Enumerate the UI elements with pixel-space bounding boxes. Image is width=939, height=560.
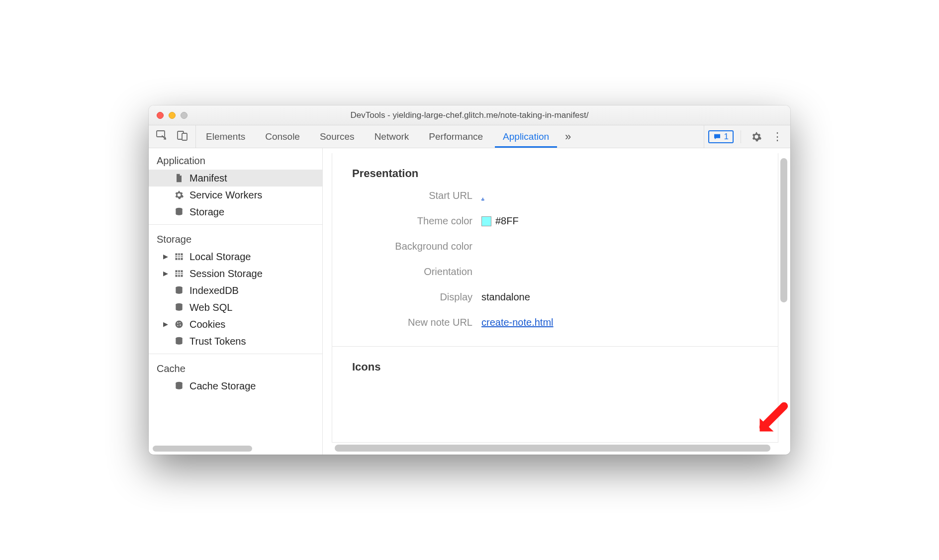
more-menu-icon[interactable]: ⋮: [769, 130, 786, 143]
tab-application[interactable]: Application: [493, 125, 559, 148]
sidebar-item-label: Session Storage: [189, 268, 263, 280]
sidebar-item-label: IndexedDB: [189, 285, 239, 296]
file-icon: [174, 173, 185, 183]
sidebar-item-label: Cookies: [189, 319, 225, 330]
sidebar-item-label: Manifest: [189, 173, 227, 184]
panel-body: Application ▶ Manifest ▶ Service Workers…: [149, 148, 790, 455]
sidebar-item-cookies[interactable]: ▶ Cookies: [149, 316, 322, 333]
sidebar-section-cache: Cache: [149, 358, 322, 377]
svg-point-8: [176, 321, 183, 328]
start-url-link[interactable]: .: [481, 190, 484, 201]
row-display: Display standalone: [332, 284, 778, 310]
more-tabs-icon[interactable]: »: [559, 125, 577, 148]
table-icon: [174, 252, 185, 262]
field-label: New note URL: [332, 317, 481, 328]
row-theme-color: Theme color #8FF: [332, 208, 778, 234]
window-controls: [157, 112, 188, 119]
inspect-element-icon[interactable]: [156, 129, 168, 144]
sidebar-item-session-storage[interactable]: ▶ Session Storage: [149, 265, 322, 282]
tab-console[interactable]: Console: [255, 125, 310, 148]
sidebar-item-label: Storage: [189, 206, 224, 218]
main-vertical-scrollbar[interactable]: [780, 158, 787, 302]
sidebar-item-web-sql[interactable]: ▶ Web SQL: [149, 299, 322, 316]
field-label: Theme color: [332, 215, 481, 227]
tab-elements[interactable]: Elements: [196, 125, 255, 148]
theme-color-swatch: [481, 216, 491, 226]
minimize-window-button[interactable]: [169, 112, 176, 119]
toolbar: Elements Console Sources Network Perform…: [149, 125, 790, 148]
panel-tabs: Elements Console Sources Network Perform…: [196, 125, 559, 148]
database-icon: [174, 207, 185, 217]
field-label: Orientation: [332, 266, 481, 278]
devtools-window: DevTools - yielding-large-chef.glitch.me…: [149, 105, 790, 455]
sidebar-section-application: Application: [149, 150, 322, 170]
svg-point-10: [180, 322, 181, 323]
tab-performance[interactable]: Performance: [419, 125, 493, 148]
sidebar-horizontal-scrollbar[interactable]: [153, 446, 318, 452]
tab-sources[interactable]: Sources: [310, 125, 365, 148]
sidebar-item-storage-overview[interactable]: ▶ Storage: [149, 203, 322, 220]
svg-rect-5: [176, 270, 183, 277]
field-label: Display: [332, 291, 481, 303]
speech-bubble-icon: [713, 133, 721, 141]
chevron-right-icon[interactable]: ▶: [163, 320, 169, 328]
table-icon: [174, 269, 185, 279]
sidebar-item-label: Web SQL: [189, 302, 232, 313]
field-label: Start URL: [332, 190, 481, 201]
database-icon: [174, 381, 185, 391]
svg-point-12: [178, 325, 179, 326]
device-toolbar-icon[interactable]: [177, 129, 188, 144]
svg-point-9: [177, 322, 178, 323]
sidebar-item-label: Trust Tokens: [189, 336, 246, 347]
main-horizontal-scrollbar[interactable]: [335, 445, 770, 452]
sidebar-item-cache-storage[interactable]: ▶ Cache Storage: [149, 377, 322, 394]
sidebar-item-local-storage[interactable]: ▶ Local Storage: [149, 248, 322, 265]
row-new-note-url: New note URL create-note.html: [332, 310, 778, 335]
database-icon: [174, 285, 185, 295]
database-icon: [174, 302, 185, 312]
svg-rect-0: [157, 131, 165, 137]
sidebar-item-label: Cache Storage: [189, 380, 256, 392]
section-title-icons: Icons: [332, 347, 778, 376]
sidebar-item-label: Local Storage: [189, 251, 251, 263]
window-title: DevTools - yielding-large-chef.glitch.me…: [149, 110, 790, 120]
row-start-url: Start URL .: [332, 183, 778, 208]
zoom-window-button[interactable]: [181, 112, 188, 119]
manifest-panel: Presentation Start URL . Theme color #8F…: [323, 148, 790, 455]
svg-rect-4: [176, 253, 183, 260]
sidebar-item-manifest[interactable]: ▶ Manifest: [149, 170, 322, 187]
tab-network[interactable]: Network: [365, 125, 419, 148]
display-value: standalone: [481, 291, 530, 303]
svg-point-11: [180, 325, 181, 326]
settings-button[interactable]: [748, 131, 765, 142]
cookie-icon: [174, 319, 185, 329]
database-icon: [174, 336, 185, 346]
svg-rect-2: [182, 133, 187, 140]
row-orientation: Orientation: [332, 259, 778, 284]
theme-color-value: #8FF: [495, 215, 519, 227]
sidebar-item-indexeddb[interactable]: ▶ IndexedDB: [149, 282, 322, 299]
new-note-url-link[interactable]: create-note.html: [481, 317, 554, 328]
titlebar: DevTools - yielding-large-chef.glitch.me…: [149, 105, 790, 125]
application-sidebar: Application ▶ Manifest ▶ Service Workers…: [149, 148, 323, 455]
sidebar-item-service-workers[interactable]: ▶ Service Workers: [149, 187, 322, 203]
chevron-right-icon[interactable]: ▶: [163, 270, 169, 277]
row-background-color: Background color: [332, 234, 778, 259]
issues-badge[interactable]: 1: [708, 130, 734, 143]
sidebar-item-label: Service Workers: [189, 189, 262, 201]
section-title-presentation: Presentation: [332, 153, 778, 183]
gear-icon: [174, 190, 185, 200]
field-label: Background color: [332, 241, 481, 252]
close-window-button[interactable]: [157, 112, 164, 119]
sidebar-section-storage: Storage: [149, 229, 322, 248]
sidebar-item-trust-tokens[interactable]: ▶ Trust Tokens: [149, 333, 322, 350]
chevron-right-icon[interactable]: ▶: [163, 253, 169, 260]
issues-count: 1: [724, 132, 729, 142]
